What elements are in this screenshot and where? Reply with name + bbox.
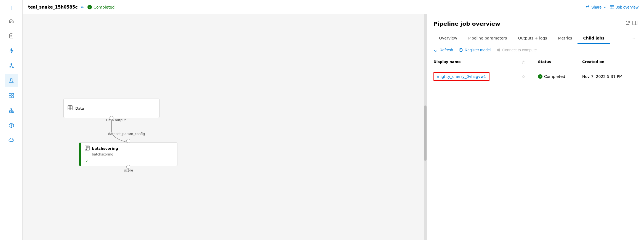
nav-plus-button[interactable]: + [6,3,16,13]
svg-rect-16 [633,21,637,25]
refresh-button[interactable]: Refresh [433,48,453,52]
star-icon: ☆ [521,60,525,65]
svg-point-19 [497,49,498,51]
batchscoring-icon [85,146,90,151]
nav-beaker-icon[interactable] [5,74,18,87]
data-node-label: Data [75,106,84,110]
status-badge: Completed [87,5,115,9]
right-panel: Pipeline job overview Overview Pip [427,14,644,240]
data-output-label: Data output [106,118,126,122]
panel-top-icons [625,20,637,27]
nav-cloud-icon[interactable] [5,134,18,147]
data-node-icon [68,105,73,111]
edit-icon[interactable]: ✏️ [81,5,84,9]
col-star: ☆ [521,60,538,65]
job-title: teal_snake_15h0585c [28,5,78,10]
connector-circle-3 [126,165,130,169]
row-status: Completed [538,74,582,79]
svg-rect-9 [9,112,10,113]
panel-title: Pipeline job overview [433,20,500,27]
nav-hierarchy-icon[interactable] [5,104,18,117]
col-display-name: Display name [433,60,521,65]
nav-diagram-icon[interactable] [5,59,18,72]
refresh-label: Refresh [440,48,453,52]
tab-child-jobs[interactable]: Child jobs [578,33,610,44]
svg-rect-10 [11,112,12,113]
tab-metrics[interactable]: Metrics [553,33,578,44]
tab-overview[interactable]: Overview [433,33,463,44]
svg-rect-13 [68,106,72,110]
svg-point-20 [499,49,500,50]
table-header: Display name ☆ Status Created on [427,56,644,68]
col-created-on: Created on [582,60,637,65]
connector-circle-2 [126,139,130,143]
panel-toolbar: Refresh Register model Connect to comput… [427,44,644,56]
svg-rect-5 [12,93,14,95]
row-name-link[interactable]: mighty_cherry_0vhzgvw1 [433,72,489,81]
side-panel-icon[interactable] [632,20,637,27]
left-nav: + [0,0,23,240]
share-button[interactable]: Share [585,5,606,9]
register-model-button[interactable]: Register model [459,48,491,52]
row-status-label: Completed [544,74,565,79]
canvas-scrollbar-thumb [424,106,427,161]
svg-point-1 [11,64,12,65]
connector-circle-1 [110,116,113,120]
batchscoring-node[interactable]: batchscoring batchscoring ✓ [79,143,177,166]
nav-clipboard-icon[interactable] [5,29,18,43]
row-star-button[interactable]: ☆ [521,74,538,79]
connect-to-compute-button[interactable]: Connect to compute [496,48,537,52]
row-status-dot [538,74,542,79]
svg-rect-4 [9,93,11,95]
nav-grid-icon[interactable] [5,89,18,102]
panel-header: Pipeline job overview Overview Pip [427,14,644,44]
popout-icon[interactable] [625,20,630,27]
job-overview-button[interactable]: Job overview [610,5,638,9]
top-right-actions: Share Job overview [585,5,638,9]
svg-rect-15 [86,149,87,150]
batchscoring-header: batchscoring [85,146,173,151]
table-row: mighty_cherry_0vhzgvw1 ☆ Completed Nov 7… [427,68,644,85]
batchscoring-check-icon: ✓ [85,159,89,163]
svg-point-3 [12,67,14,68]
col-status: Status [538,60,582,65]
svg-rect-6 [9,96,11,98]
svg-rect-7 [12,96,14,98]
panel-content: Display name ☆ Status Created on mighty_… [427,56,644,240]
top-bar: teal_snake_15h0585c ✏️ Completed Share J… [23,0,644,14]
nav-home-icon[interactable] [5,14,18,28]
nav-lightning-icon[interactable] [5,44,18,57]
content-area: Data Data output dataset_param_config ba… [23,14,644,240]
tab-outputs-logs[interactable]: Outputs + logs [512,33,552,44]
dataset-param-label: dataset_param_config [108,132,145,136]
svg-rect-11 [12,112,14,113]
row-created-on: Nov 7, 2022 5:31 PM [582,74,637,79]
status-label: Completed [94,5,115,9]
connect-to-compute-label: Connect to compute [502,48,537,52]
nav-box-icon[interactable] [5,119,18,132]
data-node[interactable]: Data [63,99,159,118]
batchscoring-sub: batchscoring [85,152,173,156]
canvas-scrollbar[interactable] [424,14,427,240]
score-label: score [124,168,133,172]
status-completed-dot [87,5,92,9]
svg-rect-8 [11,108,12,109]
svg-point-2 [9,67,10,68]
panel-tabs: Overview Pipeline parameters Outputs + l… [433,33,637,44]
canvas-area: Data Data output dataset_param_config ba… [23,14,427,240]
batchscoring-title: batchscoring [92,146,118,151]
register-model-label: Register model [465,48,491,52]
svg-rect-12 [610,6,614,9]
panel-more-button[interactable]: ··· [629,33,637,44]
svg-point-21 [499,50,500,51]
tab-pipeline-parameters[interactable]: Pipeline parameters [463,33,512,44]
